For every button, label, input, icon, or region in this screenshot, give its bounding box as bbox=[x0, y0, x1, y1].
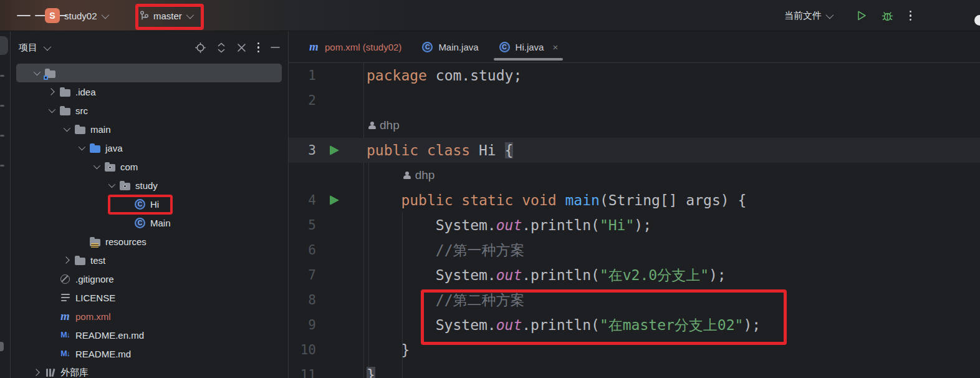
code-line: public class Hi { bbox=[367, 138, 513, 163]
tree-chevron-right-icon[interactable] bbox=[43, 82, 59, 101]
tree-item-Hi[interactable]: CHi bbox=[11, 195, 289, 213]
tree-item-label: pom.xml bbox=[75, 311, 111, 322]
run-line-icon[interactable] bbox=[330, 195, 339, 205]
project-panel-header: 项目 bbox=[11, 31, 289, 64]
partial-avatar-icon bbox=[974, 15, 980, 26]
ide-window: S study02 master 当前文件 bbox=[0, 0, 980, 378]
stripe-icon-partial[interactable] bbox=[0, 135, 4, 137]
tree-item-java[interactable]: java bbox=[11, 138, 289, 157]
stripe-icon-partial[interactable] bbox=[0, 165, 4, 167]
tree-item-study02[interactable]: study02C:\Users\DELL\IdeaProjects\study0… bbox=[11, 64, 289, 82]
tree-item-study[interactable]: study bbox=[11, 176, 289, 195]
author-icon bbox=[368, 122, 376, 130]
maven-icon: m bbox=[308, 41, 320, 53]
code-token: public class bbox=[367, 142, 470, 158]
project-panel-title[interactable]: 项目 bbox=[19, 42, 37, 54]
active-tab-underline bbox=[494, 58, 564, 61]
code-token: { bbox=[505, 142, 514, 158]
tree-item-resources[interactable]: resources bbox=[11, 232, 289, 251]
branch-widget[interactable]: master bbox=[140, 0, 192, 31]
author-inlay-hint[interactable]: dhp bbox=[368, 113, 400, 138]
project-tool-stripe-icon[interactable] bbox=[0, 36, 8, 55]
line-number: 3 bbox=[289, 138, 316, 163]
tree-item-label: Hi bbox=[150, 199, 159, 210]
project-name: study02 bbox=[64, 11, 97, 21]
hide-panel-button[interactable] bbox=[271, 46, 280, 49]
tree-item-com[interactable]: com bbox=[11, 157, 289, 176]
editor-tab-Hi.java[interactable]: CHi.java× bbox=[489, 31, 569, 62]
code-line: //第二种方案 bbox=[367, 288, 524, 313]
close-tab-icon[interactable]: × bbox=[552, 42, 558, 52]
chevron-down-icon bbox=[186, 11, 194, 19]
class-icon: C bbox=[499, 41, 511, 53]
code-token: System. bbox=[367, 267, 496, 283]
project-widget[interactable]: S study02 bbox=[45, 0, 107, 31]
tree-item-.gitignore[interactable]: .gitignore bbox=[11, 269, 289, 288]
expand-all-button[interactable] bbox=[217, 42, 226, 53]
tree-item-main[interactable]: main bbox=[11, 120, 289, 138]
run-configuration-selector[interactable]: 当前文件 bbox=[784, 0, 832, 31]
tree-chevron-down-icon[interactable] bbox=[58, 120, 74, 138]
tree-item-label: main bbox=[90, 124, 111, 135]
editor-area: mpom.xml (study02)CMain.javaCHi.java× 1p… bbox=[289, 31, 980, 378]
tree-chevron-right-icon[interactable] bbox=[58, 251, 74, 269]
markdown-icon: M↓ bbox=[59, 348, 71, 360]
tree-chevron-down-icon[interactable] bbox=[88, 157, 104, 176]
debug-button[interactable] bbox=[881, 0, 894, 31]
class-icon: C bbox=[134, 217, 146, 229]
gutter-separator bbox=[363, 63, 364, 378]
library-icon bbox=[44, 367, 56, 378]
run-button[interactable] bbox=[855, 0, 868, 31]
line-number: 4 bbox=[289, 188, 316, 213]
panel-options-button[interactable] bbox=[257, 41, 259, 55]
code-token: "在v2.0分支上" bbox=[600, 267, 709, 283]
line-number: 8 bbox=[289, 288, 316, 313]
tree-item-label: Main bbox=[150, 218, 171, 228]
code-editor[interactable]: 1package com.study;2dhp3public class Hi … bbox=[289, 63, 980, 378]
more-options-button[interactable] bbox=[910, 0, 911, 31]
tree-chevron-down-icon[interactable] bbox=[103, 176, 119, 195]
ignored-file-icon bbox=[59, 273, 71, 285]
run-line-icon[interactable] bbox=[330, 145, 339, 155]
text-file-icon bbox=[59, 292, 71, 304]
folder-icon bbox=[59, 86, 71, 98]
stripe-icon-partial[interactable] bbox=[0, 105, 4, 107]
editor-tab-pom.xml[interactable]: mpom.xml (study02) bbox=[298, 31, 411, 62]
code-line: } bbox=[367, 362, 375, 378]
tree-item-README.md[interactable]: M↓README.md bbox=[11, 344, 289, 363]
code-token: //第二种方案 bbox=[436, 292, 525, 308]
tree-item-label: com bbox=[120, 162, 138, 172]
line-number: 7 bbox=[289, 263, 316, 288]
tree-item-label: .gitignore bbox=[75, 274, 114, 284]
tree-item-[interactable]: 外部库 bbox=[11, 363, 289, 378]
stripe-icon-partial[interactable] bbox=[0, 342, 4, 351]
code-token bbox=[367, 242, 436, 258]
stripe-icon-partial[interactable] bbox=[0, 75, 4, 77]
code-line: //第一种方案 bbox=[367, 238, 524, 263]
tree-chevron-down-icon[interactable] bbox=[73, 138, 89, 157]
code-token: System. bbox=[367, 317, 496, 333]
git-branch-icon bbox=[140, 11, 149, 21]
tree-item-Main[interactable]: CMain bbox=[11, 213, 289, 232]
chevron-down-icon[interactable] bbox=[44, 42, 52, 51]
line-number: 10 bbox=[289, 337, 316, 362]
code-token: main bbox=[565, 192, 600, 208]
line-number: 1 bbox=[289, 63, 316, 88]
tree-chevron-right-icon[interactable] bbox=[28, 363, 44, 378]
tree-item-pom.xml[interactable]: mpom.xml bbox=[11, 307, 289, 326]
locate-file-button[interactable] bbox=[195, 42, 206, 53]
tree-item-.idea[interactable]: .idea bbox=[11, 82, 289, 101]
collapse-all-button[interactable] bbox=[237, 43, 246, 52]
tree-item-test[interactable]: test bbox=[11, 251, 289, 269]
tree-item-LICENSE[interactable]: LICENSE bbox=[11, 288, 289, 307]
code-token: .println( bbox=[522, 217, 600, 233]
project-folder-icon bbox=[44, 67, 56, 79]
code-line: } bbox=[367, 337, 410, 362]
tree-chevron-down-icon[interactable] bbox=[43, 101, 59, 120]
editor-tab-Main.java[interactable]: CMain.java bbox=[411, 31, 488, 62]
tree-item-label: .idea bbox=[75, 87, 96, 97]
tree-item-label: README.md bbox=[75, 349, 131, 359]
tree-item-src[interactable]: src bbox=[11, 101, 289, 120]
author-inlay-hint[interactable]: dhp bbox=[403, 163, 435, 188]
tree-item-README.en.md[interactable]: M↓README.en.md bbox=[11, 326, 289, 344]
